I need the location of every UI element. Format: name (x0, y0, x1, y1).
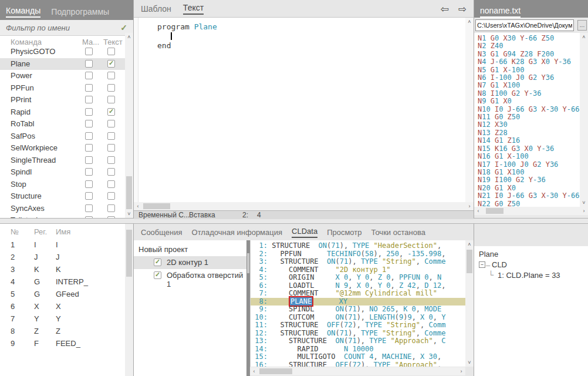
text-checkbox[interactable] (107, 144, 115, 152)
project-root[interactable]: Новый проект (134, 240, 246, 256)
scroll-thumb[interactable] (467, 250, 472, 273)
register-row[interactable]: 3KK (0, 265, 133, 277)
command-row[interactable]: PPFun (0, 82, 125, 95)
register-row[interactable]: 9FFEED_ (0, 339, 133, 351)
scroll-right-icon[interactable]: › (580, 207, 588, 215)
register-row[interactable]: 8ZZ (0, 327, 133, 339)
browse-button[interactable]: ... (577, 20, 587, 31)
tab-CLData[interactable]: CLData (292, 227, 317, 238)
commands-vscrollbar[interactable]: ˄ ˅ (125, 33, 133, 218)
text-checkbox[interactable] (107, 192, 115, 200)
scroll-down-icon[interactable]: ˅ (125, 210, 133, 218)
text-checkbox[interactable] (107, 108, 115, 116)
register-row[interactable]: 6XX (0, 302, 133, 314)
text-checkbox[interactable] (107, 168, 115, 176)
macro-checkbox[interactable] (85, 216, 93, 218)
output-path-input[interactable] (475, 19, 574, 31)
command-row[interactable]: SingleThread (0, 155, 125, 167)
macro-checkbox[interactable] (85, 156, 93, 164)
command-row[interactable]: Power (0, 70, 125, 82)
scroll-left-icon[interactable]: ‹ (474, 207, 482, 215)
scroll-thumb[interactable] (486, 208, 503, 214)
text-checkbox[interactable] (107, 48, 115, 55)
scroll-thumb[interactable] (126, 230, 132, 277)
scroll-up-icon[interactable]: ˄ (465, 18, 474, 26)
filter-input[interactable]: Фильтр по имени (6, 24, 70, 32)
tab-Команды[interactable]: Команды (6, 6, 40, 18)
cldata-line[interactable]: 1: STRUCTURE ON(71), TYPE "HeaderSection… (251, 242, 465, 250)
cldata-line[interactable]: 7: COMMENT "@12mm Cylindrical mill" (251, 290, 465, 298)
scroll-left-icon[interactable]: ‹ (134, 202, 142, 210)
command-row[interactable]: SelWorkpiece (0, 142, 125, 155)
macro-checkbox[interactable] (85, 60, 93, 68)
tab-noname-txt[interactable]: noname.txt (480, 6, 521, 18)
text-checkbox[interactable] (107, 72, 115, 79)
scroll-right-icon[interactable]: › (457, 367, 465, 375)
text-checkbox[interactable] (107, 96, 115, 103)
operation-checkbox[interactable] (154, 271, 161, 279)
scroll-left-icon[interactable]: ‹ (250, 367, 258, 375)
cldata-line[interactable]: 15: MULTIGOTO COUNT 4, MACHINE, X 30, (251, 353, 465, 361)
macro-checkbox[interactable] (85, 108, 93, 116)
command-row[interactable]: SyncAxes (0, 203, 125, 215)
command-row[interactable]: Rapid (0, 106, 125, 119)
cldata-listing[interactable]: 1: STRUCTURE ON(71), TYPE "HeaderSection… (250, 240, 465, 367)
text-checkbox[interactable] (107, 60, 115, 68)
watch-node-cld[interactable]: − – CLD (474, 260, 588, 270)
project-item[interactable]: 2D контур 1 (134, 256, 246, 269)
command-row[interactable]: Structure (0, 190, 125, 203)
scroll-down-icon[interactable]: ˅ (580, 199, 588, 207)
cldata-line-current[interactable]: 8: PLANE XY (251, 298, 465, 306)
macro-checkbox[interactable] (85, 96, 93, 103)
tab-Сообщения[interactable]: Сообщения (141, 228, 183, 238)
command-row[interactable]: Plane (0, 58, 125, 70)
command-row[interactable]: PPrint (0, 94, 125, 106)
collapse-icon[interactable]: − (479, 261, 485, 268)
scroll-right-icon[interactable]: › (465, 202, 474, 210)
cldata-line[interactable]: 3: STRUCTURE ON(71), TYPE "String", Comm… (251, 258, 465, 266)
scroll-thumb[interactable] (259, 368, 292, 374)
macro-checkbox[interactable] (85, 72, 93, 79)
command-row[interactable]: Spindl (0, 166, 125, 179)
cldata-line[interactable]: 6: LOADTL N 9, X 0, Y 0, Z 42, D 12, (251, 282, 465, 290)
text-checkbox[interactable] (107, 132, 115, 140)
cldata-line[interactable]: 16: STRUCTURE OFF(72), TYPE "Approach", (251, 361, 465, 367)
output-vscrollbar[interactable]: ˄ ˅ (580, 33, 588, 207)
operation-checkbox[interactable] (154, 258, 161, 266)
command-row[interactable]: PhysicGOTO (0, 46, 125, 58)
scroll-thumb[interactable] (143, 203, 170, 209)
macro-checkbox[interactable] (85, 168, 93, 176)
text-checkbox[interactable] (107, 216, 115, 218)
tab-Отладочная информация[interactable]: Отладочная информация (192, 228, 282, 238)
cldata-line[interactable]: 5: ORIGIN X 0, Y 0, Z 0, PPFUN 0, N (251, 274, 465, 282)
cldata-line[interactable]: 2: PPFUN TECHINFO(58), 250, -135.998, (251, 250, 465, 258)
splitter-handle[interactable] (247, 253, 249, 273)
tab-Просмотр[interactable]: Просмотр (327, 228, 361, 238)
text-checkbox[interactable] (107, 180, 115, 188)
command-row[interactable]: Stop (0, 179, 125, 191)
scroll-up-icon[interactable]: ˄ (465, 240, 474, 249)
macro-checkbox[interactable] (85, 84, 93, 92)
output-hscrollbar[interactable]: ‹ › (474, 207, 588, 215)
tab-Подпрограммы[interactable]: Подпрограммы (51, 7, 109, 18)
command-row[interactable]: Tailstock (0, 214, 125, 218)
macro-checkbox[interactable] (85, 192, 93, 200)
register-row[interactable]: 5GGFeed (0, 290, 133, 302)
cldata-vscrollbar[interactable]: ˄ ˅ (465, 240, 474, 367)
register-row[interactable]: 4GINTERP_ (0, 277, 133, 290)
macro-checkbox[interactable] (85, 132, 93, 140)
macro-checkbox[interactable] (85, 204, 93, 212)
tab-Текст[interactable]: Текст (183, 3, 204, 15)
scroll-up-icon[interactable]: ˄ (580, 33, 588, 41)
scroll-down-icon[interactable]: ˅ (465, 358, 474, 367)
cldata-line[interactable]: 12: STRUCTURE ON(71), TYPE "String", Com… (251, 330, 465, 338)
back-arrow-icon[interactable]: ⇦ (441, 3, 449, 15)
command-row[interactable]: RoTabl (0, 118, 125, 130)
cldata-line[interactable]: 11: STRUCTURE OFF(72), TYPE "String", Co… (251, 321, 465, 330)
register-row[interactable]: 7YY (0, 314, 133, 327)
cldata-line[interactable]: 13: STRUCTURE ON(71), TYPE "Approach", C (251, 337, 465, 345)
cldata-hscrollbar[interactable]: ‹ › (250, 367, 465, 375)
watch-node-label[interactable]: CLD (492, 260, 507, 269)
cldata-line[interactable]: 14: RAPID N 10000 (251, 345, 465, 354)
cldata-line[interactable]: 4: COMMENT "2D контур 1" (251, 266, 465, 274)
